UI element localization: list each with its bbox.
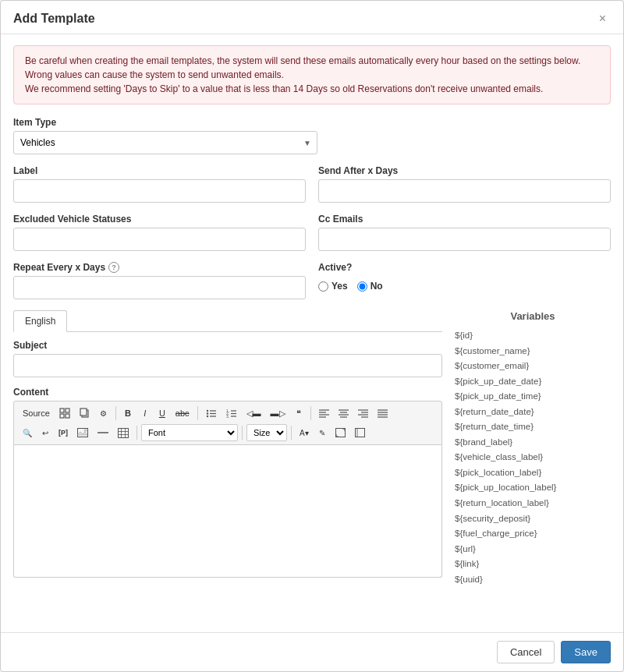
table-icon xyxy=(118,428,129,438)
table-button[interactable] xyxy=(114,424,133,441)
variable-item: ${id} xyxy=(455,328,611,344)
active-yes-label[interactable]: Yes xyxy=(318,281,348,292)
variable-item: ${pick_up_date_time} xyxy=(455,389,611,405)
svg-rect-5 xyxy=(80,409,87,416)
toolbar-row-1: Source ⚙ B I U abc xyxy=(19,405,437,422)
active-no-text: No xyxy=(370,281,383,292)
alert-warning: Be careful when creating the email templ… xyxy=(13,45,611,104)
align-right-icon xyxy=(358,409,368,418)
variable-item: ${customer_name} xyxy=(455,344,611,359)
svg-rect-0 xyxy=(60,409,64,412)
align-left-button[interactable] xyxy=(315,405,333,422)
italic-button[interactable]: I xyxy=(137,405,153,422)
alert-line1: Be careful when creating the email templ… xyxy=(25,55,580,66)
svg-point-36 xyxy=(84,430,87,432)
align-center-button[interactable] xyxy=(335,405,353,422)
variable-item: ${customer_email} xyxy=(455,359,611,374)
align-right-button[interactable] xyxy=(354,405,372,422)
placeholder-button[interactable]: [P] xyxy=(55,424,72,441)
indent-button[interactable]: ▬▷ xyxy=(267,405,289,422)
variable-item: ${return_date_date} xyxy=(455,405,611,420)
outdent-button[interactable]: ◁▬ xyxy=(243,405,265,422)
active-no-label[interactable]: No xyxy=(357,281,383,292)
svg-point-8 xyxy=(206,416,207,417)
cc-emails-input[interactable] xyxy=(318,228,611,251)
variable-item: ${pick_up_location_label} xyxy=(455,480,611,496)
active-label: Active? xyxy=(318,262,611,273)
cancel-button[interactable]: Cancel xyxy=(497,641,555,663)
modal-body: Be careful when creating the email templ… xyxy=(1,34,623,632)
svg-rect-2 xyxy=(60,414,64,418)
subject-label: Subject xyxy=(13,340,442,351)
active-yes-radio[interactable] xyxy=(318,281,328,292)
block-quote-button[interactable]: ❝ xyxy=(291,405,307,422)
label-field-label: Label xyxy=(13,165,306,176)
unordered-list-icon xyxy=(206,408,217,419)
sep2 xyxy=(197,406,198,420)
svg-rect-43 xyxy=(335,429,345,437)
maximize-button[interactable] xyxy=(332,424,349,441)
editor-body[interactable] xyxy=(13,445,442,578)
highlight-button[interactable]: ✎ xyxy=(314,424,330,441)
insert-image-icon xyxy=(77,428,88,437)
send-after-group: Send After x Days xyxy=(318,165,611,203)
alert-line3: We recommend setting 'Days to Skip' to a… xyxy=(25,83,543,94)
label-send-row: Label Send After x Days xyxy=(13,165,611,203)
underline-button[interactable]: U xyxy=(154,405,170,422)
variable-item: ${return_date_time} xyxy=(455,419,611,435)
source-button[interactable]: Source xyxy=(19,405,54,422)
insert-image-button[interactable] xyxy=(73,424,92,441)
subject-input[interactable] xyxy=(13,354,442,377)
justify-button[interactable] xyxy=(374,405,392,422)
variable-item: ${security_deposit} xyxy=(455,511,611,527)
variables-list: ${id} ${customer_name} ${customer_email}… xyxy=(455,328,611,587)
svg-point-7 xyxy=(206,412,207,414)
svg-point-6 xyxy=(206,410,207,412)
active-yes-text: Yes xyxy=(332,281,348,292)
alert-line2: Wrong values can cause the system to sen… xyxy=(25,69,284,80)
modal-header: Add Template × xyxy=(1,1,623,34)
font-color-button[interactable]: A▾ xyxy=(296,424,313,441)
content-label: Content xyxy=(13,387,442,398)
svg-marker-35 xyxy=(77,432,87,435)
ordered-list-button[interactable]: 1.2.3. xyxy=(222,405,241,422)
label-input[interactable] xyxy=(13,179,306,203)
find-replace-button[interactable]: ⚙ xyxy=(96,405,112,422)
show-blocks-button[interactable] xyxy=(351,424,369,441)
unordered-list-button[interactable] xyxy=(202,405,221,422)
size-select[interactable]: Size 8 10 12 14 18 24 xyxy=(246,424,287,441)
help-icon: ? xyxy=(108,262,119,273)
active-group: Active? Yes No xyxy=(318,262,611,299)
variables-title: Variables xyxy=(455,310,611,322)
modal-title: Add Template xyxy=(13,12,95,26)
item-type-select[interactable]: Vehicles Trailers Equipment xyxy=(13,131,317,154)
active-no-radio[interactable] xyxy=(357,281,367,292)
font-select[interactable]: Font Arial Times New Roman Verdana xyxy=(141,424,238,441)
svg-text:3.: 3. xyxy=(226,414,229,419)
bold-button[interactable]: B xyxy=(120,405,136,422)
image-search-button[interactable]: 🔍 xyxy=(19,424,36,441)
send-after-label: Send After x Days xyxy=(318,165,611,176)
active-radio-row: Yes No xyxy=(318,281,611,295)
label-group: Label xyxy=(13,165,306,203)
send-after-input[interactable] xyxy=(318,179,611,203)
templates-button[interactable] xyxy=(55,405,74,422)
copy-button[interactable] xyxy=(76,405,94,422)
repeat-active-row: Repeat Every x Days ? Active? Yes No xyxy=(13,262,611,299)
variable-item: ${url} xyxy=(455,542,611,557)
repeat-input[interactable] xyxy=(13,276,306,299)
excluded-input[interactable] xyxy=(13,228,306,251)
strike-button[interactable]: abc xyxy=(172,405,193,422)
variable-item: ${pick_location_label} xyxy=(455,465,611,481)
cc-emails-group: Cc Emails xyxy=(318,214,611,251)
close-button[interactable]: × xyxy=(594,10,611,27)
undo-button[interactable]: ↩ xyxy=(37,424,53,441)
tab-english[interactable]: English xyxy=(13,310,67,332)
save-button[interactable]: Save xyxy=(561,641,611,663)
toolbar-row-2: 🔍 ↩ [P] Font xyxy=(19,424,437,441)
horizontal-line-button[interactable] xyxy=(94,424,112,441)
horizontal-line-icon xyxy=(98,428,108,437)
variables-section: Variables ${id} ${customer_name} ${custo… xyxy=(455,310,611,587)
copy-icon xyxy=(80,408,90,419)
svg-rect-44 xyxy=(355,429,364,437)
